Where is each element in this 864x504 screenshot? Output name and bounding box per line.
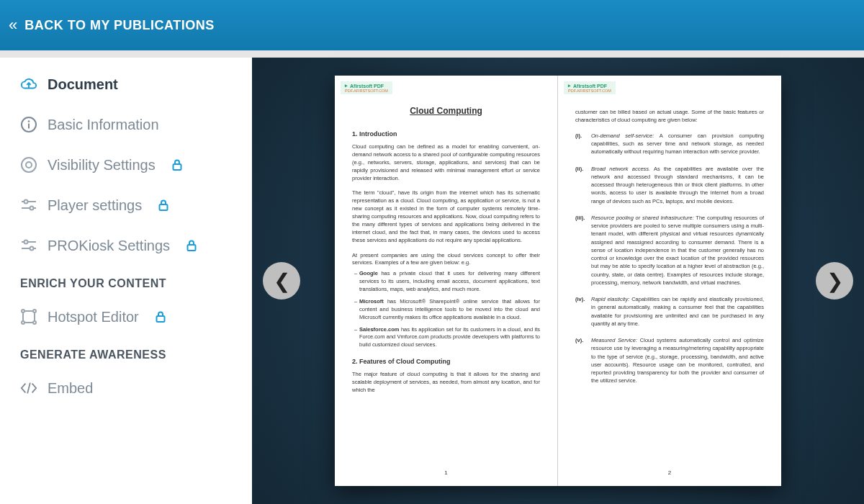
sliders-icon — [20, 197, 37, 214]
info-icon — [20, 116, 37, 133]
svg-rect-21 — [156, 316, 164, 322]
svg-point-12 — [24, 240, 28, 244]
flag-icon: ▸ — [568, 83, 571, 89]
badge-subtitle: PDF.AFIRSTSOFT.COM — [345, 89, 388, 93]
item-number: (ii). — [575, 165, 591, 205]
page-number: 2 — [575, 465, 764, 476]
hotspot-icon — [20, 308, 37, 325]
chevron-right-icon: ❯ — [827, 269, 843, 293]
svg-rect-15 — [188, 245, 196, 251]
item-term: Rapid elasticity: — [591, 296, 629, 302]
paragraph: At present companies are using the cloud… — [352, 252, 540, 268]
item-term: Resource pooling or shared Infrastructur… — [591, 215, 694, 221]
sidebar-item-document[interactable]: Document — [20, 76, 234, 93]
back-link[interactable]: BACK TO MY PUBLICATIONS — [24, 18, 215, 33]
badge-title: Afirstsoft PDF — [573, 84, 607, 89]
svg-point-20 — [33, 321, 36, 324]
item-text: The computing resources of service provi… — [591, 215, 764, 286]
item-term: On-demand self-service: — [591, 132, 654, 139]
next-page-button[interactable]: ❯ — [816, 262, 853, 300]
section-heading-enrich: ENRICH YOUR CONTENT — [20, 277, 234, 290]
list-item: – Salesforce.com has its application set… — [352, 326, 540, 350]
back-chevron-icon[interactable]: « — [9, 16, 17, 35]
heading-features: 2. Features of Cloud Computing — [352, 358, 540, 365]
flag-icon: ▸ — [345, 83, 348, 89]
page-2: ▸Afirstsoft PDF PDF.AFIRSTSOFT.COM custo… — [558, 76, 781, 486]
main-area: Document Basic Information Visibility Se… — [0, 58, 864, 504]
sidebar-item-hotspot-editor[interactable]: Hotspot Editor — [20, 308, 234, 325]
sliders-icon — [20, 237, 37, 254]
item-number: (iv). — [575, 295, 591, 328]
sidebar-item-prokiosk-settings[interactable]: PROKiosk Settings — [20, 237, 234, 254]
list-item: (iii). Resource pooling or shared Infras… — [575, 214, 764, 287]
paragraph: The term "cloud", have its origin from t… — [352, 189, 540, 244]
sidebar-item-label: PROKiosk Settings — [48, 238, 170, 254]
prev-page-button[interactable]: ❮ — [263, 262, 300, 300]
sidebar: Document Basic Information Visibility Se… — [0, 58, 252, 504]
item-text: Cloud systems automatically control and … — [591, 337, 764, 384]
svg-point-7 — [24, 200, 28, 204]
item-number: (iii). — [575, 214, 591, 287]
bullet-bold: Google — [359, 270, 378, 276]
item-term: Measured Service: — [591, 337, 637, 343]
code-icon — [20, 379, 37, 397]
heading-introduction: 1. Introduction — [352, 130, 540, 138]
lock-icon — [158, 199, 169, 212]
book-spread: ▸Afirstsoft PDF PDF.AFIRSTSOFT.COM Cloud… — [335, 76, 781, 486]
svg-point-14 — [30, 247, 34, 251]
sidebar-item-label: Document — [48, 76, 118, 93]
page-number: 1 — [352, 465, 540, 476]
svg-point-3 — [22, 158, 36, 172]
badge-title: Afirstsoft PDF — [350, 84, 384, 89]
bullet-text: has Microsoft® Sharepoint® online servic… — [359, 298, 540, 320]
sidebar-item-label: Basic Information — [48, 117, 159, 133]
svg-point-17 — [22, 310, 24, 312]
lock-icon — [171, 158, 183, 171]
paragraph: customer can be billed based on actual u… — [575, 109, 764, 125]
bullet-text: has a private cloud that it uses for del… — [359, 270, 540, 292]
svg-point-9 — [30, 207, 34, 210]
dash-icon: – — [352, 298, 359, 322]
svg-rect-10 — [160, 204, 168, 210]
pdf-watermark-badge: ▸Afirstsoft PDF PDF.AFIRSTSOFT.COM — [564, 81, 616, 94]
item-number: (i). — [575, 132, 591, 156]
item-term: Broad network access. — [591, 166, 650, 172]
svg-point-18 — [33, 310, 36, 312]
list-item: (iv). Rapid elasticity: Capabilities can… — [575, 295, 764, 328]
document-viewer: ❮ ❯ ▸Afirstsoft PDF PDF.AFIRSTSOFT.COM C… — [252, 58, 864, 504]
lock-icon — [186, 239, 197, 252]
list-item: (i). On-demand self-service: A consumer … — [575, 132, 764, 156]
svg-rect-16 — [23, 311, 35, 323]
lock-icon — [155, 310, 166, 323]
pdf-watermark-badge: ▸Afirstsoft PDF PDF.AFIRSTSOFT.COM — [341, 81, 392, 94]
divider-strip — [0, 50, 864, 58]
sidebar-item-player-settings[interactable]: Player settings — [20, 197, 234, 214]
svg-point-4 — [26, 162, 32, 168]
sidebar-item-basic-info[interactable]: Basic Information — [20, 116, 234, 133]
document-title: Cloud Computing — [352, 106, 540, 116]
paragraph: Cloud computing can be defined as a mode… — [352, 143, 540, 182]
radio-icon — [20, 156, 37, 174]
page-1: ▸Afirstsoft PDF PDF.AFIRSTSOFT.COM Cloud… — [335, 76, 558, 486]
sidebar-item-label: Embed — [48, 380, 93, 397]
section-heading-awareness: GENERATE AWARENESS — [20, 348, 234, 361]
paragraph: The major feature of cloud computing is … — [352, 371, 540, 395]
list-item: – Microsoft has Microsoft® Sharepoint® o… — [352, 298, 540, 322]
dash-icon: – — [352, 326, 359, 350]
bullet-bold: Microsoft — [359, 298, 384, 305]
svg-rect-5 — [173, 164, 181, 170]
top-bar: « BACK TO MY PUBLICATIONS — [0, 0, 864, 50]
item-number: (v). — [575, 336, 591, 385]
sidebar-item-embed[interactable]: Embed — [20, 379, 234, 397]
chevron-left-icon: ❮ — [274, 269, 290, 293]
bullet-bold: Salesforce.com — [359, 326, 399, 333]
dash-icon: – — [352, 270, 359, 294]
list-item: (ii). Broad network access. As the capab… — [575, 165, 764, 205]
sidebar-item-visibility[interactable]: Visibility Settings — [20, 156, 234, 174]
cloud-upload-icon — [20, 76, 37, 93]
sidebar-item-label: Visibility Settings — [48, 157, 156, 174]
badge-subtitle: PDF.AFIRSTSOFT.COM — [568, 89, 611, 93]
svg-rect-2 — [28, 124, 30, 129]
svg-point-19 — [22, 321, 24, 324]
list-item: – Google has a private cloud that it use… — [352, 270, 540, 294]
